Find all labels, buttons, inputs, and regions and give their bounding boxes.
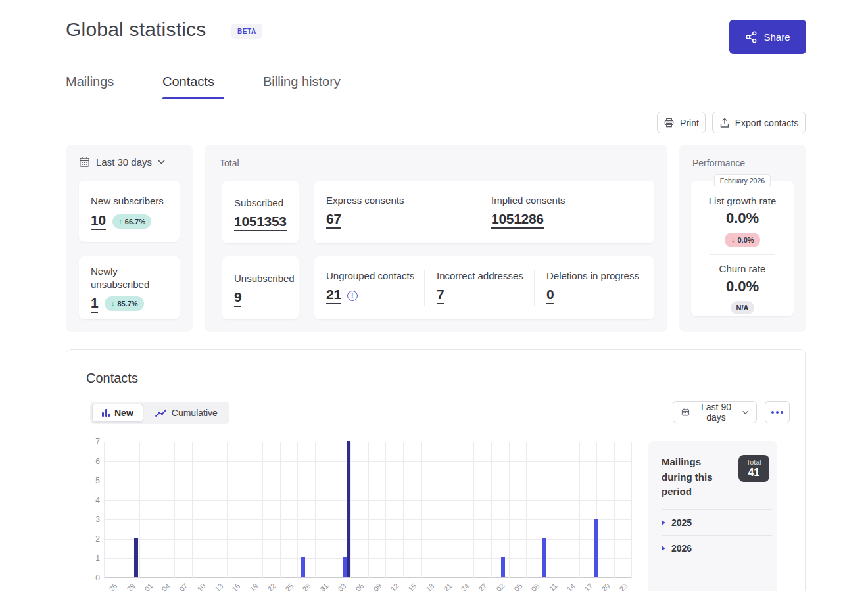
chart-y-tick-label: 0 xyxy=(95,573,100,582)
mailings-year-2026[interactable]: 2026 xyxy=(662,543,772,554)
chevron-down-icon xyxy=(158,160,165,164)
chart-y-tick-label: 1 xyxy=(95,554,100,563)
tab-contacts[interactable]: Contacts xyxy=(162,74,214,89)
chevron-down-icon xyxy=(742,410,748,415)
new-subscribers-card: New subscribers 10 ↑ 66.7% xyxy=(79,181,180,242)
subscribed-card: Subscribed 1051353 xyxy=(222,181,299,243)
performance-month-badge: February 2026 xyxy=(714,174,771,187)
tab-billing-history[interactable]: Billing history xyxy=(263,74,341,89)
subscribed-value[interactable]: 1051353 xyxy=(234,214,287,231)
tabs-divider xyxy=(66,99,806,99)
export-contacts-label: Export contacts xyxy=(735,118,799,128)
chart-x-tick-label: 26 xyxy=(107,582,118,591)
list-growth-rate-value: 0.0% xyxy=(691,210,794,227)
implied-consents-label: Implied consents xyxy=(491,194,654,207)
printer-icon xyxy=(663,117,675,128)
implied-consents-value[interactable]: 1051286 xyxy=(491,211,544,229)
chart-x-tick-label: 28 xyxy=(301,582,312,591)
chart-gridline xyxy=(280,442,281,578)
ungrouped-contacts-label: Ungrouped contacts xyxy=(326,270,424,283)
new-subscribers-value[interactable]: 10 xyxy=(91,212,106,230)
chart-mode-cumulative[interactable]: Cumulative xyxy=(145,404,228,422)
chart-gridline xyxy=(192,442,193,578)
chart-x-tick-label: 16 xyxy=(231,582,242,591)
contacts-status-card: Ungrouped contacts 21 ! Incorrect addres… xyxy=(314,256,654,319)
newly-unsubscribed-value[interactable]: 1 xyxy=(91,295,98,313)
expand-arrow-icon xyxy=(662,520,665,525)
chart-gridline xyxy=(526,442,527,578)
info-icon[interactable]: ! xyxy=(347,291,358,301)
mailings-total-label: Total xyxy=(746,458,761,466)
share-button[interactable]: Share xyxy=(729,20,806,54)
churn-rate-value: 0.0% xyxy=(691,278,794,295)
chart-x-tick-label: 21 xyxy=(442,582,453,591)
chart-y-tick-label: 2 xyxy=(95,534,100,544)
churn-rate-badge: N/A xyxy=(731,301,755,314)
chart-gridline xyxy=(439,442,439,578)
chart-x-axis-labels: 2629010407101316192225283103060912151821… xyxy=(104,578,632,591)
chart-x-tick-label: 11 xyxy=(548,582,559,591)
chart-gridline xyxy=(614,442,615,578)
chart-x-tick-label: 02 xyxy=(494,582,506,591)
quick-stats-panel: Last 30 days New subscribers 10 ↑ 66.7% … xyxy=(66,145,193,332)
chart-x-tick-label: 05 xyxy=(512,582,523,591)
print-label: Print xyxy=(680,118,699,128)
tab-mailings[interactable]: Mailings xyxy=(66,74,114,89)
implied-consents-cell: Implied consents 1051286 xyxy=(479,194,654,230)
export-contacts-button[interactable]: Export contacts xyxy=(712,112,806,133)
chart-gridline xyxy=(562,442,562,578)
unsubscribed-value[interactable]: 9 xyxy=(234,289,241,307)
share-icon xyxy=(745,31,758,43)
newly-unsubscribed-trend-badge: ↓ 85.7% xyxy=(105,296,143,311)
chart-bar-bright-blue[interactable] xyxy=(301,557,305,577)
unsubscribed-label: Unsubscribed xyxy=(234,272,287,285)
chart-bar-dark-indigo[interactable] xyxy=(347,441,350,577)
chart-gridline xyxy=(122,442,122,578)
chart-x-tick-label: 13 xyxy=(213,582,224,591)
beta-badge: BETA xyxy=(231,24,262,39)
new-subscribers-trend-value: 66.7% xyxy=(125,218,145,225)
chart-plot xyxy=(104,442,632,578)
chart-gridline xyxy=(509,442,510,578)
chart-gridline xyxy=(491,442,492,578)
expand-arrow-icon xyxy=(662,546,665,551)
line-chart-icon xyxy=(155,409,167,417)
contacts-chart-title: Contacts xyxy=(86,371,138,386)
chart-x-tick-label: 07 xyxy=(178,582,189,591)
stats-date-range-label: Last 30 days xyxy=(96,156,152,168)
chart-x-tick-label: 08 xyxy=(530,582,541,591)
incorrect-addresses-label: Incorrect addresses xyxy=(437,270,534,283)
chart-x-tick-label: 10 xyxy=(195,582,206,591)
chart-y-tick-label: 5 xyxy=(95,476,100,485)
chart-bar-bright-blue[interactable] xyxy=(501,557,505,577)
chart-more-options-button[interactable] xyxy=(765,401,790,423)
performance-card: February 2026 List growth rate 0.0% ↓ 0.… xyxy=(691,181,794,316)
trend-down-icon: ↓ xyxy=(731,235,735,245)
deletions-in-progress-label: Deletions in progress xyxy=(546,270,654,283)
list-growth-rate-label: List growth rate xyxy=(691,195,794,208)
chart-gridline xyxy=(315,442,316,578)
chart-x-tick-label: 06 xyxy=(354,582,365,591)
express-consents-value[interactable]: 67 xyxy=(326,211,341,229)
chart-gridline xyxy=(245,442,245,578)
chart-bar-dark-indigo[interactable] xyxy=(134,538,138,577)
chart-mode-new[interactable]: New xyxy=(92,404,143,422)
stats-date-range-dropdown[interactable]: Last 30 days xyxy=(79,156,165,168)
chart-x-tick-label: 04 xyxy=(160,582,172,591)
new-subscribers-label: New subscribers xyxy=(91,195,168,208)
chart-date-range-dropdown[interactable]: Last 90 days xyxy=(673,401,757,423)
deletions-in-progress-value[interactable]: 0 xyxy=(546,287,554,304)
chart-bar-bright-blue[interactable] xyxy=(594,519,598,577)
print-button[interactable]: Print xyxy=(657,112,706,133)
chart-bar-bright-blue[interactable] xyxy=(343,557,347,577)
mailings-panel: Mailings during this period Total 41 202… xyxy=(648,441,777,591)
chart-gridline xyxy=(579,442,580,578)
incorrect-addresses-value[interactable]: 7 xyxy=(437,287,444,304)
mailings-panel-title: Mailings during this period xyxy=(662,455,733,500)
chart-x-tick-label: 14 xyxy=(565,582,576,591)
mailings-year-2025[interactable]: 2025 xyxy=(662,517,772,528)
chart-mode-cumulative-label: Cumulative xyxy=(172,408,218,418)
ungrouped-contacts-value[interactable]: 21 xyxy=(326,287,341,304)
chart-gridline xyxy=(210,442,210,578)
chart-bar-bright-blue[interactable] xyxy=(542,538,546,577)
